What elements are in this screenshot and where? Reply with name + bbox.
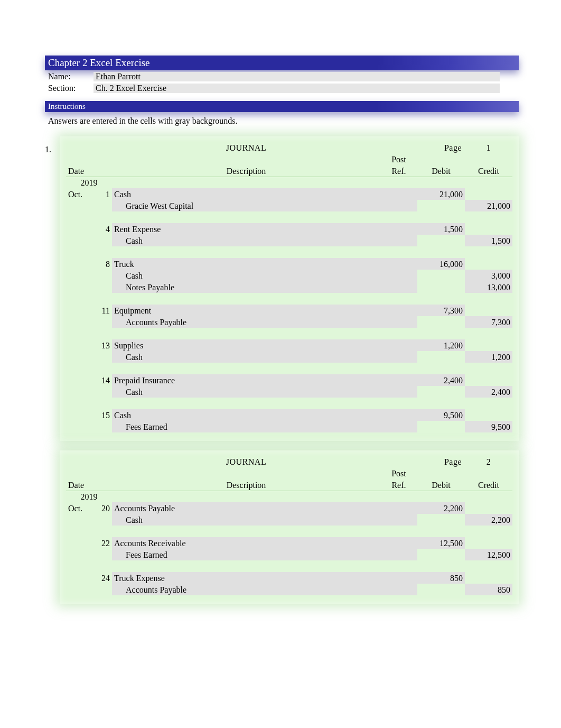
entry-month [66,258,95,270]
entry-postref[interactable] [380,223,417,235]
entry-postref[interactable] [380,316,417,328]
entry-description[interactable]: Cash [112,235,380,246]
entry-description[interactable]: Cash [112,188,380,200]
journal-entry-line: 8Truck16,000 [66,258,512,270]
section-value[interactable]: Ch. 2 Excel Exercise [94,84,500,93]
entry-month [66,514,95,526]
entry-description[interactable]: Rent Expense [112,223,380,235]
entry-day [95,386,112,398]
col-postref: Ref. [380,479,417,491]
journal-entry-line: Oct.20Accounts Payable2,200 [66,502,512,514]
entry-postref[interactable] [380,200,417,211]
journal-entry-line: 11Equipment7,300 [66,305,512,316]
entry-description[interactable]: Supplies [112,339,380,351]
entry-day [95,351,112,363]
journal-title: JOURNAL [112,456,380,467]
entry-credit[interactable]: 850 [465,584,512,595]
entry-day [95,316,112,328]
journal-table: JOURNALPage2PostDateDescriptionRef.Debit… [66,456,512,595]
entry-month [66,270,95,281]
entry-month: Oct. [66,188,95,200]
entry-postref[interactable] [380,572,417,584]
entry-postref[interactable] [380,549,417,560]
entry-credit[interactable]: 7,300 [465,316,512,328]
entry-description[interactable]: Accounts Payable [112,584,380,595]
entry-description[interactable]: Accounts Receivable [112,537,380,549]
journal-entry-line: 4Rent Expense1,500 [66,223,512,235]
entry-postref[interactable] [380,537,417,549]
entry-month [66,200,95,211]
entry-debit[interactable]: 2,400 [417,374,465,386]
journal-entry-line: Fees Earned9,500 [66,421,512,432]
entry-description[interactable]: Prepaid Insurance [112,374,380,386]
entry-debit[interactable]: 850 [417,572,465,584]
entry-postref[interactable] [380,409,417,421]
entry-month [66,409,95,421]
entry-credit [465,537,512,549]
entry-month [66,351,95,363]
journal-entry-line: Notes Payable13,000 [66,281,512,293]
entry-description[interactable]: Cash [112,270,380,281]
entry-postref[interactable] [380,421,417,432]
entry-postref[interactable] [380,339,417,351]
entry-description[interactable]: Fees Earned [112,549,380,560]
entry-description[interactable]: Cash [112,386,380,398]
entry-postref[interactable] [380,386,417,398]
entry-day: 15 [95,409,112,421]
entry-description[interactable]: Notes Payable [112,281,380,293]
entry-credit [465,188,512,200]
entry-postref[interactable] [380,514,417,526]
entry-debit [417,421,465,432]
entry-debit[interactable]: 2,200 [417,502,465,514]
page-number: 1 [465,142,512,153]
entry-credit[interactable]: 3,000 [465,270,512,281]
page-title: Chapter 2 Excel Exercise [45,56,519,70]
entry-description[interactable]: Accounts Payable [112,502,380,514]
entry-debit[interactable]: 12,500 [417,537,465,549]
entry-debit[interactable]: 21,000 [417,188,465,200]
entry-credit[interactable]: 9,500 [465,421,512,432]
entry-postref[interactable] [380,258,417,270]
entry-description[interactable]: Cash [112,409,380,421]
instructions-text: Answers are entered in the cells with gr… [45,112,519,136]
entry-credit[interactable]: 1,500 [465,235,512,246]
entry-postref[interactable] [380,270,417,281]
entry-debit[interactable]: 9,500 [417,409,465,421]
entry-postref[interactable] [380,351,417,363]
entry-postref[interactable] [380,188,417,200]
entry-credit[interactable]: 2,400 [465,386,512,398]
entry-postref[interactable] [380,374,417,386]
entry-description[interactable]: Gracie West Capital [112,200,380,211]
entry-debit[interactable]: 1,500 [417,223,465,235]
entry-postref[interactable] [380,235,417,246]
entry-postref[interactable] [380,502,417,514]
entry-credit[interactable]: 1,200 [465,351,512,363]
entry-postref[interactable] [380,281,417,293]
name-value[interactable]: Ethan Parrott [94,72,500,81]
entry-debit[interactable]: 7,300 [417,305,465,316]
entry-description[interactable]: Truck [112,258,380,270]
entry-description[interactable]: Accounts Payable [112,316,380,328]
entry-credit[interactable]: 2,200 [465,514,512,526]
entry-credit[interactable]: 13,000 [465,281,512,293]
entry-postref[interactable] [380,305,417,316]
entry-month [66,572,95,584]
entry-credit[interactable]: 21,000 [465,200,512,211]
entry-description[interactable]: Truck Expense [112,572,380,584]
journal-entry-line: Cash2,400 [66,386,512,398]
entry-debit[interactable]: 16,000 [417,258,465,270]
entry-credit [465,258,512,270]
entry-description[interactable]: Cash [112,351,380,363]
entry-description[interactable]: Fees Earned [112,421,380,432]
col-date: Date [66,165,112,177]
entry-postref[interactable] [380,584,417,595]
col-credit: Credit [465,165,512,177]
entry-debit [417,235,465,246]
entry-description[interactable]: Equipment [112,305,380,316]
page: Chapter 2 Excel Exercise Name: Ethan Par… [0,56,561,613]
entry-description[interactable]: Cash [112,514,380,526]
entry-day: 1 [95,188,112,200]
entry-debit[interactable]: 1,200 [417,339,465,351]
entry-credit [465,305,512,316]
entry-credit[interactable]: 12,500 [465,549,512,560]
